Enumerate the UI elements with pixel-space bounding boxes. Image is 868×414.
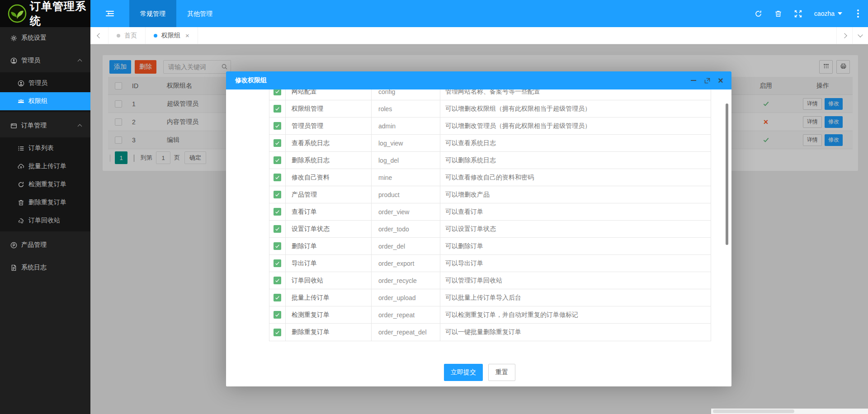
close-icon[interactable]: ×: [185, 32, 189, 39]
permission-row: 删除系统日志 log_del 可以删除系统日志: [269, 152, 711, 169]
permission-name: 网站配置: [285, 89, 371, 100]
permission-checkbox[interactable]: [274, 242, 281, 250]
permission-name: 检测重复订单: [285, 306, 371, 323]
permission-checkbox[interactable]: [274, 89, 281, 95]
close-button[interactable]: ×: [717, 77, 724, 84]
permission-code: product: [371, 186, 440, 203]
modal-title: 修改权限组: [235, 76, 267, 85]
app-logo-icon: [8, 4, 27, 23]
topnav-tabs: 常规管理 其他管理: [129, 0, 223, 27]
maximize-button[interactable]: [703, 77, 711, 84]
tab-home[interactable]: 首页: [108, 27, 146, 44]
username-label: caozha: [814, 10, 835, 17]
sidebar-item[interactable]: 产品管理: [0, 236, 90, 254]
refresh-icon[interactable]: [755, 10, 762, 18]
sidebar-item[interactable]: 管理员: [0, 74, 90, 92]
permission-checkbox[interactable]: [274, 191, 281, 198]
sidebar-item-label: 订单回收站: [28, 216, 60, 225]
permission-row: 管理员管理 admin 可以增删改管理员（拥有此权限相当于超级管理员）: [269, 118, 711, 135]
user-circle-icon: [17, 80, 24, 87]
reset-button[interactable]: 重置: [488, 364, 515, 381]
topnav-tab-qita[interactable]: 其他管理: [176, 0, 223, 27]
modal-body: 网站配置 config 管理网站名称、备案号等一些配置 权限组管理 roles …: [226, 89, 731, 348]
p-circle-icon: [10, 241, 17, 249]
tab-scroll-right-button[interactable]: [836, 27, 852, 44]
permission-checkbox[interactable]: [274, 156, 281, 164]
topnav-tab-changgui[interactable]: 常规管理: [129, 0, 176, 27]
tab-dot-icon: [117, 34, 120, 38]
chevron-right-icon: [842, 33, 847, 38]
permission-name: 批量上传订单: [285, 289, 371, 306]
permission-checkbox[interactable]: [274, 225, 281, 233]
permission-checkbox[interactable]: [274, 329, 281, 336]
tab-scroll-left-button[interactable]: [90, 27, 108, 44]
permission-checkbox[interactable]: [274, 294, 281, 301]
permission-name: 设置订单状态: [285, 221, 371, 237]
tab-dot-icon: [154, 34, 157, 38]
sidebar-item-label: 删除重复订单: [28, 198, 66, 207]
permission-code: order_recycle: [371, 272, 440, 289]
sidebar-item[interactable]: 订单回收站: [0, 212, 90, 230]
permission-code: order_repeat: [371, 306, 440, 323]
doc-icon: [10, 264, 17, 271]
gear-icon: [10, 34, 17, 42]
modal-footer: 立即提交 重置: [444, 364, 515, 381]
tab-menu-button[interactable]: [852, 27, 868, 44]
topbar: 常规管理 其他管理 caozha: [90, 0, 868, 27]
horizontal-scrollbar[interactable]: [711, 409, 868, 414]
permission-name: 订单回收站: [285, 272, 371, 289]
more-menu-icon[interactable]: [857, 13, 859, 14]
permission-row: 查看系统日志 log_view 可以查看系统日志: [269, 135, 711, 152]
sidebar-item[interactable]: 权限组: [0, 92, 90, 110]
sidebar-submenu: 管理员 权限组: [0, 72, 90, 112]
sidebar-item[interactable]: 订单列表: [0, 139, 90, 157]
permission-checkbox[interactable]: [274, 174, 281, 181]
permission-checkbox[interactable]: [274, 105, 281, 113]
menu-toggle-button[interactable]: [106, 9, 114, 18]
sidebar-item[interactable]: 检测重复订单: [0, 175, 90, 193]
permission-name: 查看系统日志: [285, 135, 371, 151]
refresh-icon: [17, 181, 24, 188]
permission-code: roles: [371, 100, 440, 117]
fullscreen-icon[interactable]: [794, 10, 802, 18]
user-circle-icon: [10, 57, 17, 64]
sidebar: 订单管理系统 系统设置 管理员 管理员 权限组 订单管理 订单列表 批量上传订单…: [0, 0, 90, 414]
trash-icon: [17, 199, 24, 206]
tab-permission-group[interactable]: 权限组 ×: [146, 27, 198, 44]
permission-desc: 可以一键批量删除重复订单: [440, 324, 711, 341]
permission-code: mine: [371, 169, 440, 186]
chevron-up-icon: [78, 124, 82, 129]
permission-checkbox[interactable]: [274, 311, 281, 319]
permission-desc: 可以批量上传订单导入后台: [440, 289, 711, 306]
permission-checkbox[interactable]: [274, 139, 281, 147]
permission-checkbox[interactable]: [274, 277, 281, 284]
trash-icon[interactable]: [774, 10, 782, 18]
minimize-button[interactable]: [690, 77, 697, 84]
permission-checkbox[interactable]: [274, 208, 281, 216]
sidebar-item[interactable]: 批量上传订单: [0, 157, 90, 175]
permission-desc: 可以增删改管理员（拥有此权限相当于超级管理员）: [440, 118, 711, 134]
permission-desc: 可以增删改产品: [440, 186, 711, 203]
sidebar-item-label: 订单列表: [28, 144, 54, 152]
sidebar-item[interactable]: 管理员: [0, 52, 90, 70]
permission-desc: 可以查看系统日志: [440, 135, 711, 151]
sidebar-item[interactable]: 删除重复订单: [0, 193, 90, 212]
permission-name: 导出订单: [285, 255, 371, 272]
permission-checkbox[interactable]: [274, 259, 281, 267]
permission-code: order_export: [371, 255, 440, 272]
sidebar-item[interactable]: 系统设置: [0, 29, 90, 47]
modal-scrollbar[interactable]: [726, 104, 728, 245]
sidebar-item-label: 系统设置: [21, 34, 47, 42]
cloud-upload-icon: [17, 163, 24, 170]
permission-name: 产品管理: [285, 186, 371, 203]
modal-header[interactable]: 修改权限组 ×: [226, 71, 731, 89]
sidebar-item[interactable]: 订单管理: [0, 117, 90, 135]
submit-button[interactable]: 立即提交: [444, 364, 483, 381]
user-menu[interactable]: caozha: [814, 10, 842, 17]
permission-checkbox[interactable]: [274, 122, 281, 130]
permission-code: log_del: [371, 152, 440, 169]
sidebar-item[interactable]: 系统日志: [0, 259, 90, 277]
users-icon: [17, 98, 24, 105]
permission-row: 订单回收站 order_recycle 可以管理订单回收站: [269, 272, 711, 289]
permission-row: 网站配置 config 管理网站名称、备案号等一些配置: [269, 89, 711, 100]
